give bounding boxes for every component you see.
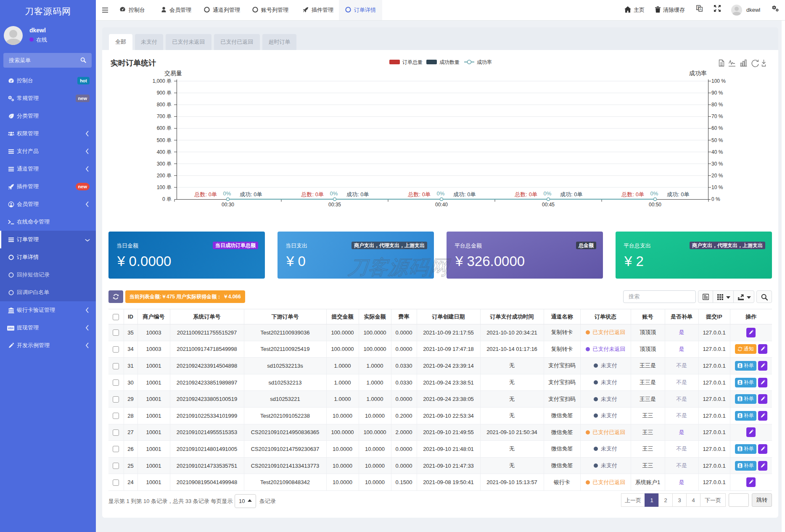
svg-text:1,000 单: 1,000 单 xyxy=(153,78,172,84)
svg-text:100 %: 100 % xyxy=(711,78,726,84)
svg-text:500 单: 500 单 xyxy=(157,137,172,143)
svg-text:400 单: 400 单 xyxy=(157,149,172,155)
svg-text:VISA: VISA xyxy=(8,327,13,329)
svg-text:00:35: 00:35 xyxy=(328,202,341,208)
svg-text:成功: 0单: 成功: 0单 xyxy=(453,191,476,198)
svg-text:总数: 0单: 总数: 0单 xyxy=(621,191,644,198)
svg-text:40 %: 40 % xyxy=(711,149,723,155)
svg-text:70 %: 70 % xyxy=(711,113,723,119)
svg-text:交易量: 交易量 xyxy=(164,70,182,76)
svg-text:成功: 0单: 成功: 0单 xyxy=(240,191,262,198)
svg-text:10 %: 10 % xyxy=(711,184,723,190)
svg-text:00:40: 00:40 xyxy=(435,202,448,208)
svg-text:200 单: 200 单 xyxy=(157,173,172,179)
svg-text:0%: 0% xyxy=(544,190,552,197)
svg-text:0%: 0% xyxy=(437,190,445,197)
svg-text:0%: 0% xyxy=(650,190,658,197)
svg-text:总数: 0单: 总数: 0单 xyxy=(194,191,217,198)
svg-text:900 单: 900 单 xyxy=(157,90,172,96)
svg-text:50 %: 50 % xyxy=(711,137,723,143)
svg-text:成功: 0单: 成功: 0单 xyxy=(667,191,689,198)
svg-text:800 单: 800 单 xyxy=(157,102,172,108)
svg-text:总数: 0单: 总数: 0单 xyxy=(301,191,324,198)
svg-text:20 %: 20 % xyxy=(711,173,723,179)
svg-text:成功: 0单: 成功: 0单 xyxy=(346,191,369,198)
svg-text:30 %: 30 % xyxy=(711,161,723,167)
svg-text:总数: 0单: 总数: 0单 xyxy=(408,191,431,198)
svg-text:0 %: 0 % xyxy=(711,196,720,202)
svg-text:00:50: 00:50 xyxy=(649,202,661,208)
svg-text:成功数量: 成功数量 xyxy=(439,59,460,65)
svg-text:90 %: 90 % xyxy=(711,90,723,96)
svg-text:总数: 0单: 总数: 0单 xyxy=(515,191,537,198)
svg-text:成功: 0单: 成功: 0单 xyxy=(560,191,582,198)
svg-text:0%: 0% xyxy=(223,190,231,197)
svg-text:0 单: 0 单 xyxy=(162,196,172,202)
svg-text:300 单: 300 单 xyxy=(157,161,172,167)
svg-text:订单总量: 订单总量 xyxy=(402,59,423,65)
svg-text:600 单: 600 单 xyxy=(157,125,172,131)
svg-text:A: A xyxy=(699,7,702,11)
svg-text:成功率: 成功率 xyxy=(477,59,492,65)
svg-text:80 %: 80 % xyxy=(711,102,723,108)
svg-text:60 %: 60 % xyxy=(711,125,723,131)
svg-text:0%: 0% xyxy=(330,190,338,197)
svg-text:成功率: 成功率 xyxy=(689,70,707,76)
svg-text:00:45: 00:45 xyxy=(542,202,555,208)
svg-text:700 单: 700 单 xyxy=(157,113,172,119)
svg-text:100 单: 100 单 xyxy=(157,184,172,190)
svg-text:00:30: 00:30 xyxy=(222,202,234,208)
